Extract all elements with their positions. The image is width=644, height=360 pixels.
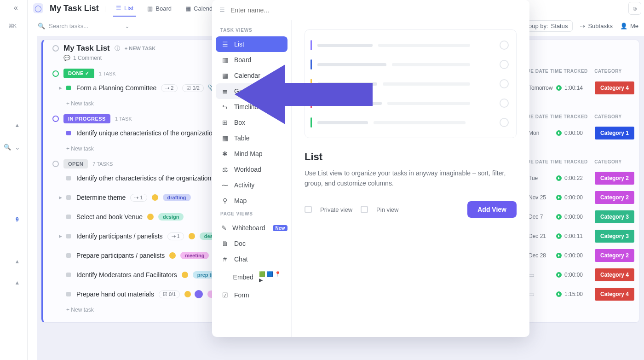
status-square-icon[interactable] [66,176,71,180]
priority-flag[interactable] [182,272,188,278]
category-badge[interactable]: Category 1 [595,127,634,139]
time-tracked[interactable]: 0:00:00 [556,214,595,220]
play-icon[interactable] [556,195,562,200]
view-option-embed[interactable]: Embed🟩 🟦 📍 ▶ [216,267,288,287]
tab-board[interactable]: ▥Board [144,0,174,17]
view-option-timeline[interactable]: ⇆Timeline [216,99,288,115]
collapse-sidebar-icon[interactable]: « [14,4,18,12]
view-option-gantt[interactable]: ≣Gantt [216,83,288,99]
subtasks-toggle[interactable]: ⇢ Subtasks [580,23,612,29]
chevron-down-icon[interactable]: ⌄ [15,144,20,151]
expand-icon[interactable]: ▶ [59,86,62,90]
status-circle-icon[interactable] [52,116,59,122]
due-date[interactable]: Mon [529,130,556,136]
due-date[interactable]: Tue [529,175,556,181]
priority-flag[interactable] [189,233,195,239]
due-date[interactable]: Nov 25 [529,194,556,201]
priority-flag[interactable] [147,214,154,220]
subtask-count[interactable]: ⇢ 1 [167,232,184,240]
time-tracked[interactable]: 0:00:00 [556,194,595,201]
assistant-button[interactable]: ☺ [628,2,641,15]
category-badge[interactable]: Category 3 [595,230,634,243]
play-icon[interactable] [556,85,562,91]
chevron-right-icon[interactable]: ▸ [13,124,20,127]
notification-count[interactable]: 9 [16,216,19,223]
play-icon[interactable] [556,175,562,181]
view-option-board[interactable]: ▥Board [216,52,288,68]
time-tracked[interactable]: 0:00:11 [556,233,595,239]
view-option-activity[interactable]: ⁓Activity [216,177,288,193]
due-date[interactable]: Dec 7 [529,214,556,220]
subtask-count[interactable]: ⇢ 1 [130,194,147,202]
pin-view-checkbox[interactable] [361,206,368,213]
view-option-box[interactable]: ⊞Box [216,115,288,130]
category-badge[interactable]: Category 2 [595,191,634,204]
priority-flag[interactable] [152,194,158,201]
due-date[interactable]: Tomorrow [529,85,556,91]
category-badge[interactable]: Category 2 [595,172,634,185]
expand-icon[interactable]: ▶ [59,195,62,200]
category-badge[interactable]: Category 2 [595,249,634,262]
subtask-count[interactable]: ⇢ 2 [161,84,178,92]
play-icon[interactable] [556,272,562,278]
play-icon[interactable] [556,130,562,136]
status-square-icon[interactable] [66,234,71,238]
view-option-whiteboard[interactable]: ✎WhiteboardNew [216,220,288,236]
chevron-down-icon[interactable]: ⌄ [125,23,130,29]
status-square-icon[interactable] [66,131,71,135]
category-badge[interactable]: Category 4 [595,288,634,301]
info-icon[interactable]: ⓘ [115,45,120,52]
search-input[interactable]: 🔍 Search tasks... ⌄ [38,23,130,29]
status-chip[interactable]: OPEN [63,159,88,168]
play-icon[interactable] [556,214,562,220]
status-square-icon[interactable] [66,86,71,90]
priority-flag[interactable] [169,252,176,259]
view-option-workload[interactable]: ⚖Workload [216,162,288,177]
chevron-right-icon[interactable]: ▸ [13,260,20,263]
expand-icon[interactable]: ▶ [59,234,62,238]
view-option-table[interactable]: ▦Table [216,130,288,146]
tag-chip[interactable]: design [158,213,184,221]
time-tracked[interactable]: 0:00:00 [556,272,595,278]
status-square-icon[interactable] [66,195,71,200]
me-filter[interactable]: 👤 Me [620,23,638,29]
time-tracked[interactable]: 0:00:00 [556,252,595,259]
time-tracked[interactable]: 0:00:00 [556,130,595,136]
view-option-chat[interactable]: #Chat [216,251,288,267]
view-option-calendar[interactable]: ▦Calendar [216,68,288,83]
status-square-icon[interactable] [66,292,71,296]
status-square-icon[interactable] [66,273,71,277]
chevron-right-icon[interactable]: ▸ [13,281,20,285]
new-task-button[interactable]: + NEW TASK [125,46,155,51]
add-view-button[interactable]: Add View [467,201,517,218]
play-icon[interactable] [556,253,562,258]
search-icon[interactable]: 🔍 [4,144,11,151]
view-name-input[interactable] [230,6,285,14]
priority-flag[interactable] [184,291,191,297]
tab-list[interactable]: ☰List [113,0,136,17]
status-chip[interactable]: DONE ✓ [63,69,94,78]
view-option-map[interactable]: ⚲Map [216,193,288,209]
due-date-placeholder[interactable]: ▭ [529,271,556,279]
status-chip[interactable]: IN PROGRESS [63,114,110,123]
category-badge[interactable]: Category 4 [595,268,634,281]
view-option-doc[interactable]: 🗎Doc [216,236,288,251]
time-tracked[interactable]: 1:15:00 [556,291,595,297]
due-date-placeholder[interactable]: ▭ [529,290,556,298]
due-date[interactable]: Dec 28 [529,252,556,259]
status-circle-icon[interactable] [52,161,59,167]
private-view-checkbox[interactable] [305,206,312,213]
due-date[interactable]: Dec 21 [529,233,556,239]
view-option-form[interactable]: ☑Form [216,287,288,303]
time-tracked[interactable]: 0:00:22 [556,175,595,181]
status-square-icon[interactable] [66,215,71,219]
play-icon[interactable] [556,233,562,239]
checklist-progress[interactable]: ☑ 0/1 [159,290,180,298]
tag-chip[interactable]: drafting [163,194,191,201]
view-option-list[interactable]: ☰List [216,36,288,52]
status-square-icon[interactable] [66,253,71,258]
checklist-progress[interactable]: ☑ 0/2 [182,84,203,92]
play-icon[interactable] [556,291,562,297]
tag-chip[interactable]: meeting [180,252,209,259]
status-circle-icon[interactable] [52,70,59,77]
